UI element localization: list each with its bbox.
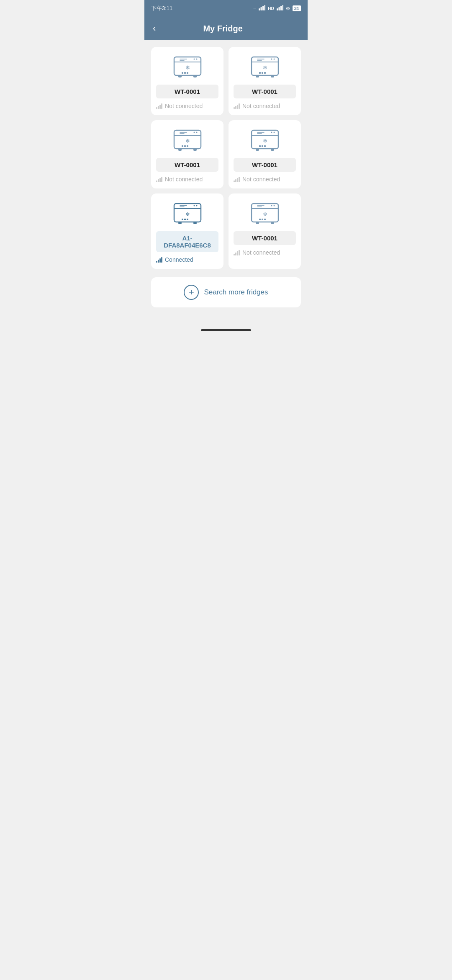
svg-rect-49 — [264, 145, 266, 147]
svg-rect-48 — [262, 145, 263, 147]
fridge-status: Not connected — [234, 176, 280, 183]
signal-bars-icon — [156, 103, 162, 109]
svg-rect-55 — [271, 149, 274, 151]
svg-rect-71 — [259, 219, 261, 220]
svg-point-16 — [193, 59, 195, 60]
fridge-card-3[interactable]: ❄ WT-0001 — [151, 120, 223, 188]
signal-bars-icon — [234, 176, 240, 182]
signal-bars-icon — [234, 103, 240, 109]
svg-rect-47 — [259, 145, 261, 147]
svg-text:❄: ❄ — [262, 64, 267, 71]
fridge-card-5[interactable]: ❄ A1-DFA8AF04E6C8 — [151, 193, 223, 269]
svg-rect-66 — [178, 222, 182, 224]
svg-rect-4 — [277, 8, 278, 10]
svg-rect-60 — [184, 219, 186, 220]
svg-point-17 — [196, 59, 197, 60]
svg-rect-35 — [182, 145, 183, 147]
svg-point-76 — [271, 205, 272, 206]
svg-point-77 — [273, 205, 275, 206]
signal-bars-icon — [156, 176, 162, 182]
svg-rect-67 — [193, 222, 197, 224]
svg-rect-24 — [262, 72, 263, 74]
fridge-card-4[interactable]: ❄ WT-0001 — [229, 120, 301, 188]
signal-bars-icon — [234, 250, 240, 255]
header: ‹ My Fridge — [144, 17, 308, 40]
fridge-name: WT-0001 — [234, 85, 296, 98]
home-bar — [201, 329, 251, 331]
svg-rect-3 — [265, 5, 266, 10]
status-icons: ⎓ HD ⊗ 31 — [253, 5, 301, 12]
fridge-icon: ❄ — [171, 127, 204, 154]
svg-rect-36 — [184, 145, 186, 147]
svg-rect-25 — [264, 72, 266, 74]
search-more-button[interactable]: + Search more fridges — [151, 277, 301, 307]
fridge-icon: ❄ — [248, 127, 282, 154]
svg-rect-43 — [193, 149, 197, 151]
svg-rect-79 — [271, 222, 274, 224]
svg-point-40 — [193, 132, 195, 133]
status-time: 下午3:11 — [151, 5, 172, 12]
battery-indicator: 31 — [293, 5, 301, 11]
main-content: ❄ WT-0001 — [144, 40, 308, 322]
fridge-card-1[interactable]: ❄ WT-0001 — [151, 47, 223, 115]
fridge-card-6[interactable]: ❄ WT-0001 — [229, 193, 301, 269]
svg-rect-30 — [256, 75, 259, 77]
svg-rect-73 — [264, 219, 266, 220]
svg-text:❄: ❄ — [185, 138, 190, 144]
svg-rect-42 — [178, 149, 182, 151]
fridge-name: WT-0001 — [156, 158, 218, 172]
fridge-status: Not connected — [234, 103, 280, 109]
hd-icon: HD — [268, 6, 274, 11]
svg-text:❄: ❄ — [262, 138, 267, 144]
home-indicator — [144, 322, 308, 335]
fridge-status: Connected — [156, 256, 193, 263]
fridge-card-2[interactable]: ❄ WT-0001 — [229, 47, 301, 115]
fridge-grid: ❄ WT-0001 — [151, 47, 301, 269]
svg-rect-2 — [262, 6, 264, 10]
svg-rect-23 — [259, 72, 261, 74]
signal-bars-icon — [156, 257, 162, 263]
svg-point-28 — [271, 59, 272, 60]
fridge-status: Not connected — [156, 103, 203, 109]
fridge-name: WT-0001 — [156, 85, 218, 98]
svg-rect-61 — [187, 219, 188, 220]
svg-rect-19 — [193, 75, 197, 77]
fridge-status: Not connected — [234, 249, 280, 256]
svg-point-29 — [273, 59, 275, 60]
fridge-icon: ❄ — [171, 54, 204, 80]
svg-point-41 — [196, 132, 197, 133]
bluetooth-icon: ⎓ — [253, 5, 256, 11]
svg-rect-7 — [282, 5, 283, 10]
svg-rect-72 — [262, 219, 263, 220]
svg-text:❄: ❄ — [185, 64, 190, 71]
svg-rect-78 — [256, 222, 259, 224]
svg-rect-37 — [187, 145, 188, 147]
svg-rect-13 — [187, 72, 188, 74]
plus-icon: + — [184, 285, 199, 300]
svg-rect-11 — [182, 72, 183, 74]
svg-rect-1 — [261, 7, 262, 10]
svg-rect-18 — [178, 75, 182, 77]
svg-rect-0 — [259, 8, 260, 10]
svg-rect-6 — [280, 6, 282, 10]
fridge-icon: ❄ — [171, 200, 204, 227]
wifi-icon: ⊗ — [286, 5, 290, 11]
search-more-label: Search more fridges — [204, 288, 268, 297]
signal-icon — [259, 5, 265, 12]
page-title: My Fridge — [161, 24, 285, 34]
fridge-status: Not connected — [156, 176, 203, 183]
fridge-name: A1-DFA8AF04E6C8 — [156, 231, 218, 252]
svg-text:❄: ❄ — [185, 211, 190, 217]
svg-rect-59 — [182, 219, 183, 220]
svg-point-64 — [193, 205, 195, 206]
svg-point-52 — [271, 132, 272, 133]
svg-rect-5 — [278, 7, 280, 10]
back-button[interactable]: ‹ — [153, 23, 161, 34]
svg-point-65 — [196, 205, 197, 206]
signal2-icon — [277, 5, 283, 12]
svg-rect-12 — [184, 72, 186, 74]
fridge-icon: ❄ — [248, 54, 282, 80]
status-bar: 下午3:11 ⎓ HD ⊗ 31 — [144, 0, 308, 17]
svg-rect-31 — [271, 75, 274, 77]
fridge-name: WT-0001 — [234, 158, 296, 172]
